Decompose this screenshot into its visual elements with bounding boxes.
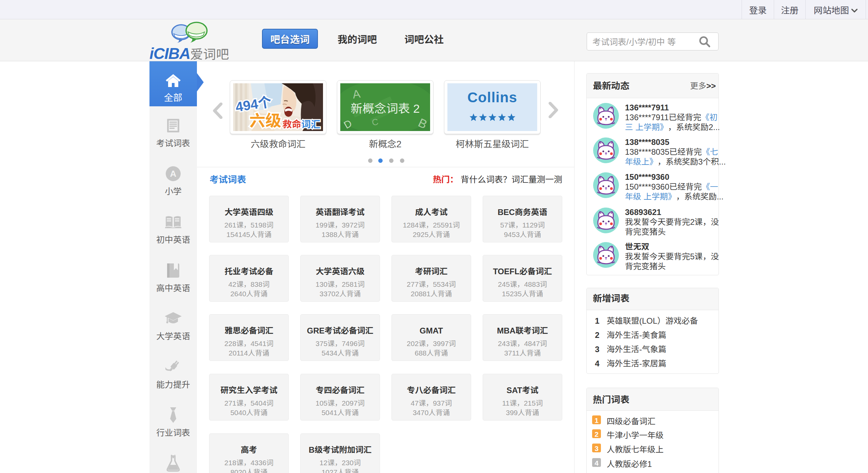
svg-text:A: A (170, 169, 177, 179)
